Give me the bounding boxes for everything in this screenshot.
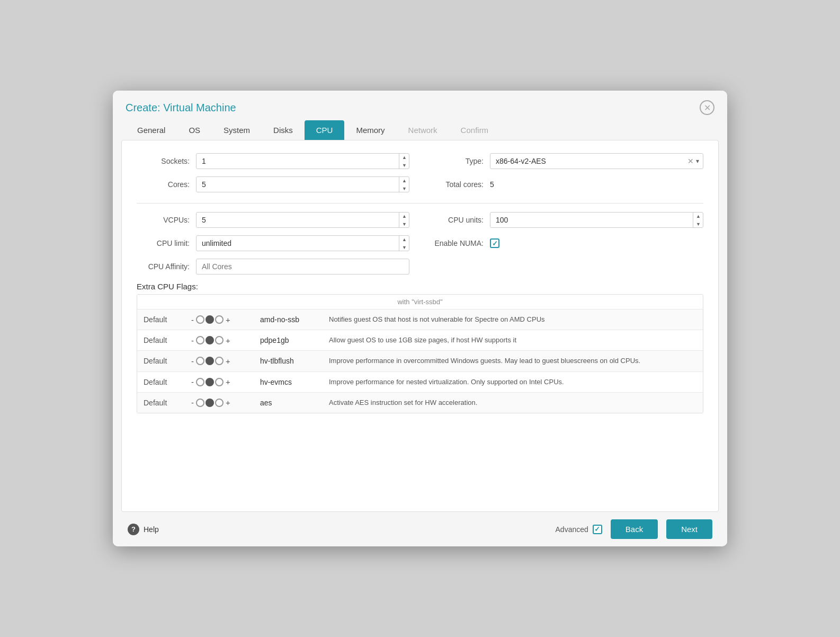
sockets-spinner: ▲ ▼ <box>399 153 409 169</box>
cores-up[interactable]: ▲ <box>399 176 409 184</box>
advanced-wrap: Advanced <box>556 525 602 534</box>
cores-input[interactable] <box>196 176 409 192</box>
flag-0-minus[interactable]: - <box>191 315 194 324</box>
cpu-limit-row: CPU limit: ▲ ▼ <box>137 235 409 251</box>
tab-disks[interactable]: Disks <box>262 120 305 140</box>
flag-3-circle-2[interactable] <box>205 378 214 386</box>
flag-1-circle-2[interactable] <box>205 336 214 344</box>
flag-1-desc: Allow guest OS to use 1GB size pages, if… <box>329 335 696 345</box>
tab-cpu[interactable]: CPU <box>305 120 345 140</box>
help-button[interactable]: ? Help <box>128 524 159 535</box>
vcpus-up[interactable]: ▲ <box>399 212 409 220</box>
flag-3-circle-1[interactable] <box>196 378 204 386</box>
flag-3-plus[interactable]: + <box>226 377 230 386</box>
type-clear-icon[interactable]: ✕ <box>687 157 694 165</box>
sockets-input-wrap: ▲ ▼ <box>196 153 409 169</box>
flag-2-circle-2[interactable] <box>205 357 214 365</box>
flag-3-circles <box>196 378 224 386</box>
type-input[interactable] <box>490 153 703 169</box>
flag-4-circle-3[interactable] <box>215 399 224 407</box>
flag-3-circle-3[interactable] <box>215 378 224 386</box>
flags-partial-row: with "virt-ssbd" <box>137 295 703 309</box>
flag-1-name: pdpe1gb <box>260 336 329 344</box>
footer-right: Advanced Back Next <box>556 519 712 539</box>
tab-memory[interactable]: Memory <box>344 120 396 140</box>
flag-row-1: Default - + pdpe1gb Allow guest OS to us… <box>137 330 703 351</box>
cores-spinner: ▲ ▼ <box>399 176 409 192</box>
cpu-limit-label: CPU limit: <box>137 239 190 247</box>
flag-2-circle-1[interactable] <box>196 357 204 365</box>
cpu-affinity-row: CPU Affinity: <box>137 259 409 275</box>
vcpus-label: VCPUs: <box>137 216 190 224</box>
flag-0-circle-2[interactable] <box>205 315 214 324</box>
flag-0-circle-3[interactable] <box>215 315 224 324</box>
flag-2-toggle: - + <box>191 357 260 366</box>
help-label: Help <box>144 525 159 534</box>
sockets-input[interactable] <box>196 153 409 169</box>
flag-row-3: Default - + hv-evmcs Improve performance… <box>137 372 703 393</box>
vcpu-section: VCPUs: ▲ ▼ CPU units: ▲ ▼ <box>137 212 703 275</box>
help-icon: ? <box>128 524 139 535</box>
flag-0-plus[interactable]: + <box>226 315 230 324</box>
flag-4-minus[interactable]: - <box>191 398 194 407</box>
close-button[interactable]: ✕ <box>700 100 714 115</box>
cpu-units-up[interactable]: ▲ <box>693 212 703 220</box>
flag-0-circles <box>196 315 224 324</box>
flag-4-circle-2[interactable] <box>205 399 214 407</box>
tab-os[interactable]: OS <box>177 120 212 140</box>
vcpus-input[interactable] <box>196 212 409 228</box>
cpu-affinity-input[interactable] <box>196 259 409 275</box>
flag-4-toggle: - + <box>191 398 260 407</box>
flag-2-desc: Improve performance in overcommitted Win… <box>329 356 696 366</box>
flag-1-circle-3[interactable] <box>215 336 224 344</box>
next-button[interactable]: Next <box>666 519 712 539</box>
tab-general[interactable]: General <box>126 120 177 140</box>
flag-3-name: hv-evmcs <box>260 378 329 386</box>
dialog-body: Sockets: ▲ ▼ Type: ✕ ▾ <box>121 140 719 512</box>
advanced-checkbox[interactable] <box>593 525 602 534</box>
flag-1-plus[interactable]: + <box>226 336 230 345</box>
flag-2-default: Default <box>144 357 191 365</box>
back-button[interactable]: Back <box>611 519 658 539</box>
total-cores-label: Total cores: <box>431 180 484 189</box>
cpu-units-input[interactable] <box>490 212 703 228</box>
dialog-footer: ? Help Advanced Back Next <box>113 512 727 546</box>
create-vm-dialog: Create: Virtual Machine ✕ General OS Sys… <box>113 91 727 546</box>
flag-0-desc: Notifies guest OS that host is not vulne… <box>329 315 696 324</box>
cores-label: Cores: <box>137 180 190 189</box>
flag-1-default: Default <box>144 336 191 344</box>
flag-3-desc: Improve performance for nested virtualiz… <box>329 377 696 387</box>
flag-0-circle-1[interactable] <box>196 315 204 324</box>
flag-3-minus[interactable]: - <box>191 377 194 386</box>
cpu-limit-up[interactable]: ▲ <box>399 235 409 243</box>
flag-row-4: Default - + aes Activate AES instruction… <box>137 393 703 413</box>
flag-2-name: hv-tlbflush <box>260 357 329 365</box>
sockets-down[interactable]: ▼ <box>399 161 409 169</box>
flag-2-circle-3[interactable] <box>215 357 224 365</box>
cpu-units-down[interactable]: ▼ <box>693 220 703 228</box>
total-cores-value: 5 <box>490 180 494 189</box>
flag-4-default: Default <box>144 399 191 407</box>
flag-1-minus[interactable]: - <box>191 336 194 345</box>
flag-0-toggle: - + <box>191 315 260 324</box>
flag-2-minus[interactable]: - <box>191 357 194 366</box>
cores-row: Cores: ▲ ▼ <box>137 176 409 192</box>
flag-0-name: amd-no-ssb <box>260 315 329 324</box>
flag-4-circle-1[interactable] <box>196 399 204 407</box>
tab-system[interactable]: System <box>212 120 262 140</box>
tab-network: Network <box>397 120 449 140</box>
vcpus-down[interactable]: ▼ <box>399 220 409 228</box>
cpu-limit-down[interactable]: ▼ <box>399 243 409 251</box>
cpu-units-input-wrap: ▲ ▼ <box>490 212 703 228</box>
type-select-wrap: ✕ ▾ <box>490 153 703 169</box>
cores-down[interactable]: ▼ <box>399 184 409 192</box>
cpu-limit-input[interactable] <box>196 235 409 251</box>
flag-1-circle-1[interactable] <box>196 336 204 344</box>
flags-table: with "virt-ssbd" Default - + amd-no-ssb … <box>137 294 703 413</box>
sockets-up[interactable]: ▲ <box>399 153 409 161</box>
vcpus-input-wrap: ▲ ▼ <box>196 212 409 228</box>
enable-numa-checkbox[interactable] <box>490 238 499 248</box>
sockets-row: Sockets: ▲ ▼ <box>137 153 409 169</box>
flag-2-plus[interactable]: + <box>226 357 230 366</box>
flag-4-plus[interactable]: + <box>226 398 230 407</box>
